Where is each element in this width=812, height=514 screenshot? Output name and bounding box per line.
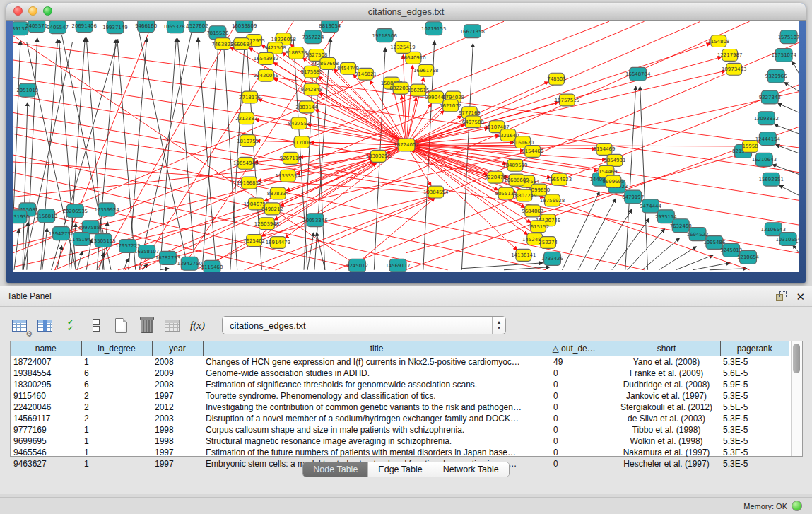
column-header-pagerank[interactable]: pagerank xyxy=(720,341,789,356)
graph-node[interactable]: 1615152 xyxy=(527,221,549,233)
graph-node[interactable]: 6497588 xyxy=(462,116,484,128)
row-height-button[interactable] xyxy=(86,316,105,334)
graph-node[interactable]: 19218506 xyxy=(372,29,397,42)
table-row[interactable]: 969969511998Structural magnetic resonanc… xyxy=(11,436,789,447)
graph-node[interactable]: 9699695 xyxy=(602,175,624,187)
close-panel-icon[interactable]: ✕ xyxy=(796,291,805,302)
delete-table-button[interactable] xyxy=(137,316,156,334)
graph-node[interactable]: 10973493 xyxy=(722,63,746,75)
graph-node[interactable]: 7625402 xyxy=(243,235,265,247)
graph-node[interactable]: 2405571 xyxy=(25,21,47,33)
column-header-year[interactable]: year xyxy=(152,341,203,356)
table-row[interactable]: 977716911998Corpus callosum shape and si… xyxy=(11,424,789,436)
new-table-button[interactable] xyxy=(112,316,131,334)
graph-node[interactable]: 1154808 xyxy=(707,35,729,47)
graph-node[interactable]: 8813054 xyxy=(319,21,341,33)
graph-node[interactable]: 9242848 xyxy=(301,83,323,95)
graph-node[interactable]: 9267110 xyxy=(280,152,302,164)
graph-node[interactable]: 9154460 xyxy=(522,146,543,158)
graph-node[interactable]: 16671358 xyxy=(460,25,485,38)
graph-node[interactable]: 10975887 xyxy=(78,221,103,234)
graph-node[interactable]: 1694522 xyxy=(687,228,709,241)
float-panel-icon[interactable] xyxy=(776,291,786,301)
graph-node[interactable]: 8186328 xyxy=(286,47,307,59)
tab-edge-table[interactable]: Edge Table xyxy=(368,462,433,477)
graph-node[interactable]: 6479197 xyxy=(622,190,644,204)
show-columns-button[interactable] xyxy=(35,316,54,334)
graph-node[interactable]: 9175685 xyxy=(301,66,323,78)
graph-node[interactable]: 9227343 xyxy=(759,90,781,104)
graph-node[interactable]: 16648784 xyxy=(625,67,651,81)
graph-node[interactable]: 9329966 xyxy=(765,69,787,83)
graph-node[interactable]: 20691406 xyxy=(72,21,97,33)
graph-node[interactable]: 917006 xyxy=(293,136,311,148)
table-row[interactable]: 911546021997Tourette syndrome. Phenomeno… xyxy=(11,390,789,402)
graph-node[interactable]: 10719155 xyxy=(421,22,446,35)
graph-node[interactable]: 2051019 xyxy=(16,83,38,97)
graph-node[interactable]: 15692951 xyxy=(759,173,784,186)
graph-node[interactable]: 19937149 xyxy=(102,21,127,34)
graph-node[interactable]: 12093832 xyxy=(754,112,779,125)
vertical-scrollbar[interactable] xyxy=(791,341,802,456)
table-row[interactable]: 2242004622012Investigating the contribut… xyxy=(11,402,789,413)
column-header-short[interactable]: short xyxy=(613,341,720,356)
graph-node[interactable]: 1810755 xyxy=(237,135,259,147)
table-row[interactable]: 946554611997Estimation of the future num… xyxy=(11,447,789,458)
graph-node[interactable]: 9405547 xyxy=(47,21,69,34)
table-row[interactable]: 1938455462009Genome-wide association stu… xyxy=(11,368,789,379)
graph-node[interactable]: 12217987 xyxy=(717,49,742,61)
table-settings-button[interactable]: ⚙ xyxy=(10,316,29,334)
graph-node[interactable]: 9146821 xyxy=(355,68,377,80)
graph-node[interactable]: 7357224 xyxy=(302,30,324,44)
column-header-title[interactable]: title xyxy=(203,341,551,356)
column-header-out_de[interactable]: △ out_de… xyxy=(551,341,613,356)
graph-node[interactable]: 9115460 xyxy=(201,260,223,272)
graph-node[interactable]: 1156813 xyxy=(35,209,57,223)
graph-node[interactable]: 9684067 xyxy=(522,205,543,217)
graph-node[interactable]: 16914479 xyxy=(266,237,290,249)
node-table[interactable]: namein_degreeyeartitle△ out_de…shortpage… xyxy=(11,341,789,469)
table-row[interactable]: 1872400712008Changes of HCN gene express… xyxy=(11,356,789,368)
graph-node[interactable]: 8878334 xyxy=(267,187,289,199)
graph-node[interactable]: 10653287 xyxy=(163,21,188,33)
graph-node[interactable]: 12444154 xyxy=(755,132,781,146)
function-builder-button[interactable]: f(x) xyxy=(188,316,207,334)
graph-node[interactable]: 1733426 xyxy=(541,252,563,265)
column-header-in_degree[interactable]: in_degree xyxy=(81,341,152,356)
graph-node[interactable]: 15958 xyxy=(742,141,758,153)
select-all-rows-button[interactable]: ✔✔ xyxy=(61,316,80,334)
graph-node[interactable]: 8498212 xyxy=(261,203,283,215)
graph-node[interactable]: 16033809 xyxy=(232,21,257,33)
graph-node[interactable]: 1331930 xyxy=(13,210,29,223)
graph-node[interactable]: 2718176 xyxy=(239,91,261,103)
graph-node[interactable]: 9154469 xyxy=(594,144,616,156)
graph-node[interactable]: 252274 xyxy=(539,237,558,249)
graph-node[interactable]: 1575107 xyxy=(778,30,799,44)
table-selector-dropdown[interactable]: citations_edges.txt ▲▼ xyxy=(222,316,506,334)
graph-node[interactable]: 16210643 xyxy=(752,153,777,166)
graph-node[interactable]: 16961758 xyxy=(413,64,438,76)
graph-node[interactable]: 17359924 xyxy=(94,203,119,216)
graph-node[interactable]: 7815526 xyxy=(206,26,228,40)
graph-node[interactable]: 18757515 xyxy=(555,94,579,106)
graph-node[interactable]: 8427552 xyxy=(288,117,310,129)
graph-node[interactable]: 9466160 xyxy=(135,21,157,33)
tab-network-table[interactable]: Network Table xyxy=(433,462,509,477)
graph-node[interactable]: 9245012 xyxy=(346,259,368,272)
scrollbar-thumb[interactable] xyxy=(793,344,800,373)
network-graph[interactable]: 1391312240557194055472069140619937149946… xyxy=(13,21,799,272)
tab-node-table[interactable]: Node Table xyxy=(303,462,368,477)
graph-node[interactable]: 1527602 xyxy=(187,21,208,33)
graph-node[interactable]: 7632460 xyxy=(670,219,692,233)
memory-ok-indicator[interactable] xyxy=(792,501,802,511)
graph-node[interactable]: 2213383 xyxy=(235,112,257,124)
graph-node[interactable]: 2867608 xyxy=(317,57,339,69)
graph-node[interactable]: 748503 xyxy=(547,73,565,85)
graph-node[interactable]: 18489519 xyxy=(502,159,527,171)
table-row[interactable]: 1456911722003Disruption of a novel membe… xyxy=(11,413,789,424)
window-titlebar[interactable]: citations_edges.txt xyxy=(6,3,806,21)
column-header-name[interactable]: name xyxy=(11,341,81,356)
graph-node[interactable]: 1210654 xyxy=(737,250,759,264)
minimize-window-button[interactable] xyxy=(28,6,37,16)
close-window-button[interactable] xyxy=(13,6,23,16)
